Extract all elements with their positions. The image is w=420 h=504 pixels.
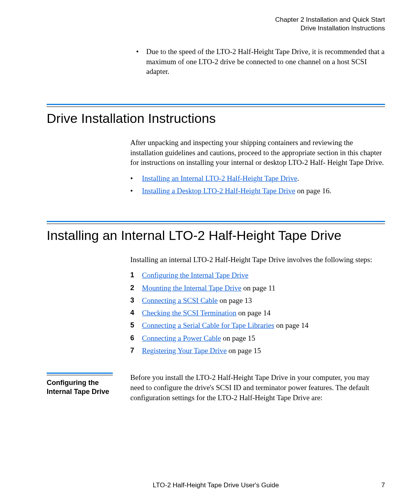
subsection-label: Configuring the Internal Tape Drive — [47, 378, 122, 396]
step-number: 3 — [130, 294, 142, 307]
link-suffix: on page 11 — [242, 284, 275, 292]
list-item: 2 Mounting the Internal Tape Drive on pa… — [130, 282, 385, 294]
link-install-desktop[interactable]: Installing a Desktop LTO-2 Half-Height T… — [142, 187, 295, 195]
link-suffix: on page 13 — [218, 296, 252, 304]
link-suffix: . — [297, 174, 299, 182]
page-header: Chapter 2 Installation and Quick Start D… — [47, 16, 385, 33]
step-number: 4 — [130, 307, 142, 319]
list-item: • Installing an Internal LTO-2 Half-Heig… — [130, 172, 385, 185]
link-step-2[interactable]: Mounting the Internal Tape Drive — [142, 284, 242, 292]
intro-bullet: • Due to the speed of the LTO-2 Half-Hei… — [136, 47, 385, 77]
link-suffix: on page 15 — [221, 334, 255, 342]
link-suffix: on page 16. — [295, 187, 331, 195]
section1-paragraph: After unpacking and inspecting your ship… — [130, 138, 385, 168]
section2-paragraph: Installing an internal LTO-2 Half-Height… — [130, 255, 385, 265]
header-section: Drive Installation Instructions — [47, 24, 385, 33]
rule-black — [47, 107, 385, 107]
footer-title: LTO-2 Half-Height Tape Drive User's Guid… — [47, 481, 385, 489]
rule-black — [47, 224, 385, 224]
subsection-body: Before you install the LTO-2 Half-Height… — [130, 373, 385, 402]
step-number: 6 — [130, 332, 142, 345]
section-heading-drive-installation: Drive Installation Instructions — [47, 111, 385, 126]
intro-bullet-text: Due to the speed of the LTO-2 Half-Heigh… — [146, 47, 385, 77]
list-item: 6 Connecting a Power Cable on page 15 — [130, 332, 385, 345]
list-item: 4 Checking the SCSI Termination on page … — [130, 307, 385, 319]
link-step-4[interactable]: Checking the SCSI Termination — [142, 309, 236, 317]
rule-blue — [47, 221, 385, 222]
rule-blue — [47, 104, 385, 105]
header-chapter: Chapter 2 Installation and Quick Start — [47, 16, 385, 24]
link-step-3[interactable]: Connecting a SCSI Cable — [142, 296, 218, 304]
step-number: 2 — [130, 282, 142, 294]
link-install-internal[interactable]: Installing an Internal LTO-2 Half-Height… — [142, 174, 297, 182]
step-number: 5 — [130, 319, 142, 332]
link-step-7[interactable]: Registering Your Tape Drive — [142, 346, 227, 355]
link-suffix: on page 15 — [227, 346, 261, 355]
step-number: 7 — [130, 345, 142, 357]
link-step-5[interactable]: Connecting a Serial Cable for Tape Libra… — [142, 321, 274, 329]
rule-black — [47, 375, 113, 375]
rule-blue — [47, 373, 113, 374]
section2-numbered-list: 1 Configuring the Internal Tape Drive 2 … — [130, 269, 385, 357]
list-item: 7 Registering Your Tape Drive on page 15 — [130, 345, 385, 357]
link-suffix: on page 14 — [236, 309, 271, 317]
list-item: • Installing a Desktop LTO-2 Half-Height… — [130, 185, 385, 197]
list-item: 1 Configuring the Internal Tape Drive — [130, 269, 385, 282]
section1-bullet-list: • Installing an Internal LTO-2 Half-Heig… — [130, 172, 385, 198]
list-item: 5 Connecting a Serial Cable for Tape Lib… — [130, 319, 385, 332]
bullet-dot-icon: • — [130, 185, 142, 197]
subsection-configuring: Configuring the Internal Tape Drive Befo… — [47, 373, 385, 402]
page-footer: LTO-2 Half-Height Tape Drive User's Guid… — [47, 481, 385, 489]
list-item: 3 Connecting a SCSI Cable on page 13 — [130, 294, 385, 307]
bullet-dot-icon: • — [136, 47, 146, 77]
link-suffix: on page 14 — [274, 321, 308, 329]
section-heading-install-internal: Installing an Internal LTO-2 Half-Height… — [47, 228, 385, 243]
link-step-1[interactable]: Configuring the Internal Tape Drive — [142, 271, 248, 279]
step-number: 1 — [130, 269, 142, 282]
link-step-6[interactable]: Connecting a Power Cable — [142, 334, 221, 342]
bullet-dot-icon: • — [130, 172, 142, 185]
